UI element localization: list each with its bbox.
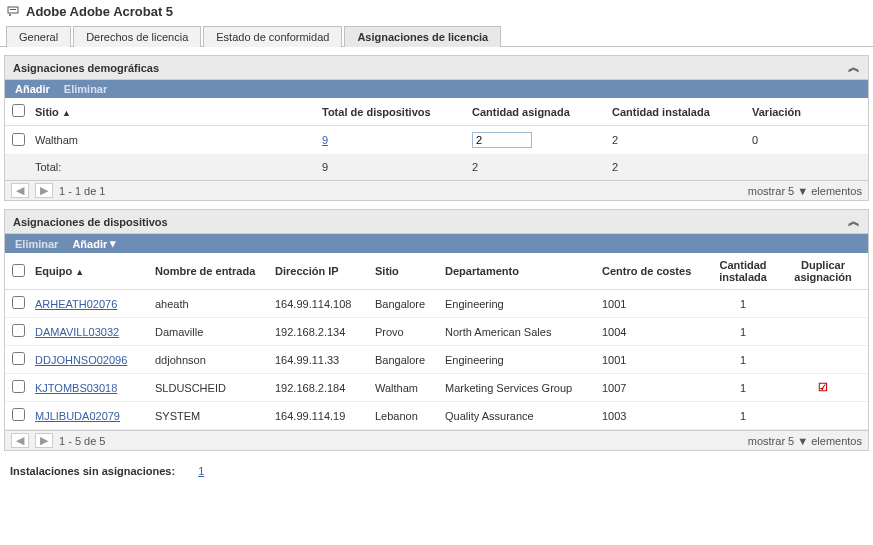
machine-link[interactable]: DDJOHNSO02096	[35, 354, 127, 366]
cell-dept: Quality Assurance	[441, 402, 598, 430]
demographic-header: Asignaciones demográficas ︽	[5, 56, 868, 80]
cell-qty-installed: 2	[608, 126, 748, 155]
sort-icon: ▲	[75, 267, 84, 277]
check-icon: ☑	[782, 381, 864, 394]
cell-ip: 192.168.2.134	[271, 318, 371, 346]
app-icon	[6, 5, 20, 19]
machine-link[interactable]: ARHEATH02076	[35, 298, 117, 310]
col-qty-installed[interactable]: Cantidad instalada	[608, 98, 748, 126]
unassigned-label: Instalaciones sin asignaciones:	[10, 465, 175, 477]
devices-table: Equipo ▲ Nombre de entrada Dirección IP …	[5, 253, 868, 430]
col-costcenter[interactable]: Centro de costes	[598, 253, 708, 290]
tab-license-rights[interactable]: Derechos de licencia	[73, 26, 201, 47]
totals-assigned: 2	[468, 155, 608, 180]
table-header-row: Equipo ▲ Nombre de entrada Dirección IP …	[5, 253, 868, 290]
tab-general[interactable]: General	[6, 26, 71, 47]
pager-count[interactable]: 5	[788, 435, 794, 447]
totals-label: Total:	[31, 155, 318, 180]
unassigned-count-link[interactable]: 1	[198, 465, 204, 477]
cell-duplicate	[778, 402, 868, 430]
col-duplicate[interactable]: Duplicarasignación	[778, 253, 868, 290]
cell-ip: 192.168.2.184	[271, 374, 371, 402]
cell-qty: 1	[708, 346, 778, 374]
cell-costcenter: 1007	[598, 374, 708, 402]
cell-site: Waltham	[31, 126, 318, 155]
remove-button[interactable]: Eliminar	[64, 83, 107, 95]
col-qty-installed[interactable]: Cantidadinstalada	[708, 253, 778, 290]
cell-login: SYSTEM	[151, 402, 271, 430]
col-site[interactable]: Sitio ▲	[31, 98, 318, 126]
tab-assignments[interactable]: Asignaciones de licencia	[344, 26, 501, 47]
select-all-checkbox[interactable]	[12, 104, 25, 117]
pager-range: 1 - 1 de 1	[59, 185, 105, 197]
cell-costcenter: 1003	[598, 402, 708, 430]
demographic-pager: ◀ ▶ 1 - 1 de 1 mostrar 5 ▼ elementos	[5, 180, 868, 200]
window-title-bar: Adobe Adobe Acrobat 5	[0, 0, 873, 23]
dropdown-icon: ▾	[110, 237, 116, 250]
cell-variance: 0	[748, 126, 868, 155]
cell-dept: North American Sales	[441, 318, 598, 346]
row-checkbox[interactable]	[12, 324, 25, 337]
row-checkbox[interactable]	[12, 408, 25, 421]
row-checkbox[interactable]	[12, 296, 25, 309]
cell-costcenter: 1001	[598, 346, 708, 374]
next-page-button[interactable]: ▶	[35, 433, 53, 448]
totals-row: Total: 9 2 2	[5, 155, 868, 180]
cell-login: SLDUSCHEID	[151, 374, 271, 402]
pager-range: 1 - 5 de 5	[59, 435, 105, 447]
collapse-icon[interactable]: ︽	[848, 59, 860, 76]
table-row: Waltham 9 2 0	[5, 126, 868, 155]
cell-duplicate: ☑	[778, 374, 868, 402]
svg-point-0	[9, 14, 11, 16]
select-all-checkbox[interactable]	[12, 264, 25, 277]
col-machine[interactable]: Equipo ▲	[31, 253, 151, 290]
cell-ip: 164.99.114.108	[271, 290, 371, 318]
cell-login: ddjohnson	[151, 346, 271, 374]
row-checkbox[interactable]	[12, 380, 25, 393]
svg-rect-2	[10, 9, 16, 10]
totals-devices: 9	[318, 155, 468, 180]
col-total-devices[interactable]: Total de dispositivos	[318, 98, 468, 126]
cell-costcenter: 1004	[598, 318, 708, 346]
table-row: DAMAVILL03032Damaville192.168.2.134Provo…	[5, 318, 868, 346]
row-checkbox[interactable]	[12, 352, 25, 365]
row-checkbox[interactable]	[12, 133, 25, 146]
collapse-icon[interactable]: ︽	[848, 213, 860, 230]
col-login[interactable]: Nombre de entrada	[151, 253, 271, 290]
table-row: MJLIBUDA02079SYSTEM164.99.114.19LebanonQ…	[5, 402, 868, 430]
qty-assigned-input[interactable]	[472, 132, 532, 148]
col-site[interactable]: Sitio	[371, 253, 441, 290]
next-page-button[interactable]: ▶	[35, 183, 53, 198]
devices-toolbar: Eliminar Añadir▾	[5, 234, 868, 253]
machine-link[interactable]: MJLIBUDA02079	[35, 410, 120, 422]
cell-qty: 1	[708, 318, 778, 346]
cell-costcenter: 1001	[598, 290, 708, 318]
col-variance[interactable]: Variación	[748, 98, 868, 126]
col-ip[interactable]: Dirección IP	[271, 253, 371, 290]
pager-count[interactable]: 5	[788, 185, 794, 197]
machine-link[interactable]: DAMAVILL03032	[35, 326, 119, 338]
col-qty-assigned[interactable]: Cantidad asignada	[468, 98, 608, 126]
prev-page-button[interactable]: ◀	[11, 183, 29, 198]
tab-compliance[interactable]: Estado de conformidad	[203, 26, 342, 47]
demographic-table: Sitio ▲ Total de dispositivos Cantidad a…	[5, 98, 868, 180]
cell-dept: Marketing Services Group	[441, 374, 598, 402]
cell-total-devices-link[interactable]: 9	[322, 134, 328, 146]
cell-ip: 164.99.11.33	[271, 346, 371, 374]
add-button[interactable]: Añadir▾	[72, 237, 116, 250]
cell-duplicate	[778, 290, 868, 318]
pager-show: mostrar 5 ▼ elementos	[748, 435, 862, 447]
sort-icon: ▲	[62, 108, 71, 118]
pager-show: mostrar 5 ▼ elementos	[748, 185, 862, 197]
machine-link[interactable]: KJTOMBS03018	[35, 382, 117, 394]
totals-installed: 2	[608, 155, 748, 180]
add-button[interactable]: Añadir	[15, 83, 50, 95]
cell-ip: 164.99.114.19	[271, 402, 371, 430]
cell-site: Provo	[371, 318, 441, 346]
remove-button[interactable]: Eliminar	[15, 238, 58, 250]
prev-page-button[interactable]: ◀	[11, 433, 29, 448]
col-dept[interactable]: Departamento	[441, 253, 598, 290]
cell-qty: 1	[708, 374, 778, 402]
cell-duplicate	[778, 318, 868, 346]
demographic-title: Asignaciones demográficas	[13, 62, 159, 74]
